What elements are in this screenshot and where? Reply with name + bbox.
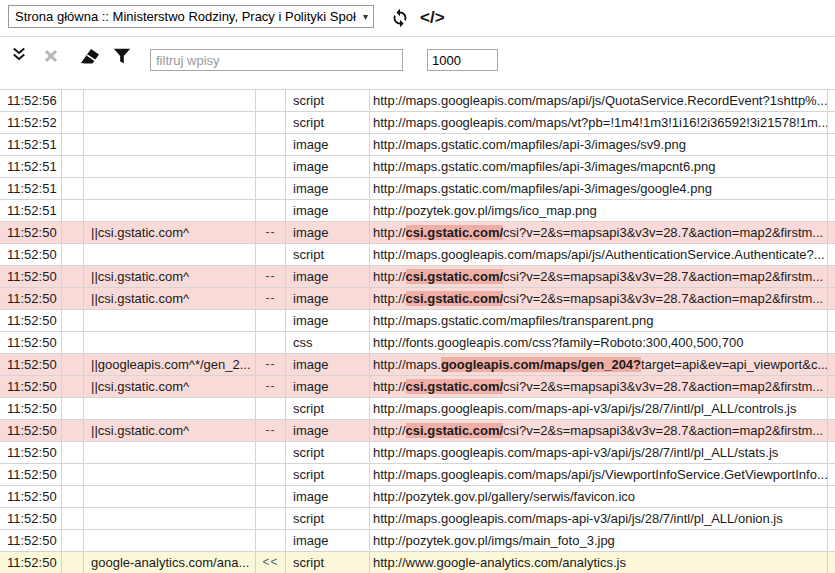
filter-button[interactable] (112, 46, 132, 66)
log-row[interactable]: 11:52:52scripthttp://maps.googleapis.com… (0, 112, 835, 134)
url-text: http://maps.gstatic.com/mapfiles/api-3/i… (373, 137, 686, 152)
filter-cell: ||csi.gstatic.com^ (84, 420, 256, 441)
log-row[interactable]: 11:52:50csshttp://fonts.googleapis.com/c… (0, 332, 835, 354)
url-text: http://pozytek.gov.pl/imgs/ico_map.png (373, 203, 597, 218)
url-cell: http://maps.gstatic.com/mapfiles/api-3/i… (370, 178, 828, 199)
url-cell: http://csi.gstatic.com/csi?v=2&s=mapsapi… (370, 266, 828, 287)
filter-cell (84, 442, 256, 463)
log-row[interactable]: 11:52:50||csi.gstatic.com^--imagehttp://… (0, 288, 835, 310)
marker-cell (256, 90, 286, 111)
collapse-all-button[interactable] (10, 46, 28, 63)
top-bar: Strona główna :: Ministerstwo Rodziny, P… (0, 0, 835, 37)
type-cell: script (286, 552, 370, 573)
row-filler (828, 156, 835, 177)
page-select[interactable]: Strona główna :: Ministerstwo Rodziny, P… (8, 5, 374, 28)
url-matched-text: csi.gstatic.com/ (406, 269, 504, 284)
log-row[interactable]: 11:52:50||csi.gstatic.com^--imagehttp://… (0, 420, 835, 442)
url-cell: http://csi.gstatic.com/csi?v=2&s=mapsapi… (370, 420, 828, 441)
url-cell: http://maps.gstatic.com/mapfiles/api-3/i… (370, 134, 828, 155)
log-row[interactable]: 11:52:50||csi.gstatic.com^--imagehttp://… (0, 266, 835, 288)
type-cell: image (286, 288, 370, 309)
url-cell: http://csi.gstatic.com/csi?v=2&s=mapsapi… (370, 376, 828, 397)
marker-cell: -- (256, 354, 286, 375)
log-row[interactable]: 11:52:51imagehttp://maps.gstatic.com/map… (0, 178, 835, 200)
url-text: http://www.google-analytics.com/analytic… (373, 555, 626, 570)
state-cell (62, 134, 84, 155)
state-cell (62, 222, 84, 243)
log-row[interactable]: 11:52:50||csi.gstatic.com^--imagehttp://… (0, 222, 835, 244)
row-filler (828, 200, 835, 221)
state-cell (62, 288, 84, 309)
state-cell (62, 156, 84, 177)
log-row[interactable]: 11:52:50scripthttp://maps.googleapis.com… (0, 442, 835, 464)
log-row[interactable]: 11:52:50scripthttp://maps.googleapis.com… (0, 244, 835, 266)
log-row[interactable]: 11:52:50imagehttp://pozytek.gov.pl/imgs/… (0, 530, 835, 552)
log-row[interactable]: 11:52:50||csi.gstatic.com^--imagehttp://… (0, 376, 835, 398)
log-row[interactable]: 11:52:56scripthttp://maps.googleapis.com… (0, 90, 835, 112)
marker-cell (256, 310, 286, 331)
row-filler (828, 354, 835, 375)
marker-cell: -- (256, 376, 286, 397)
chevron-down-icon: ▾ (363, 6, 368, 27)
time-cell: 11:52:50 (0, 266, 62, 287)
marker-cell: -- (256, 266, 286, 287)
time-cell: 11:52:51 (0, 178, 62, 199)
state-cell (62, 354, 84, 375)
url-text: http://maps.googleapis.com/maps-api-v3/a… (373, 445, 778, 460)
type-cell: image (286, 266, 370, 287)
type-cell: script (286, 464, 370, 485)
log-row[interactable]: 11:52:50||googleapis.com^*/gen_2...--ima… (0, 354, 835, 376)
log-row[interactable]: 11:52:50imagehttp://pozytek.gov.pl/galle… (0, 486, 835, 508)
log-row[interactable]: 11:52:50scripthttp://maps.googleapis.com… (0, 398, 835, 420)
filter-cell (84, 244, 256, 265)
url-matched-text: googleapis.com/maps/gen_204? (441, 357, 641, 372)
url-text: http://maps.googleapis.com/maps/vt?pb=!1… (373, 115, 828, 130)
filter-cell: ||csi.gstatic.com^ (84, 266, 256, 287)
state-cell (62, 508, 84, 529)
log-row[interactable]: 11:52:51imagehttp://maps.gstatic.com/map… (0, 134, 835, 156)
url-cell: http://maps.googleapis.com/maps/api/js/Q… (370, 90, 828, 111)
url-text: http://maps.googleapis.com/maps/api/js/V… (373, 467, 828, 482)
marker-cell (256, 244, 286, 265)
marker-cell: -- (256, 222, 286, 243)
row-filler (828, 288, 835, 309)
log-row[interactable]: 11:52:50google-analytics.com/ana...<<scr… (0, 552, 835, 573)
code-icon: </> (420, 8, 445, 27)
url-cell: http://maps.googleapis.com/maps/vt?pb=!1… (370, 112, 828, 133)
url-cell: http://csi.gstatic.com/csi?v=2&s=mapsapi… (370, 288, 828, 309)
max-entries-input[interactable] (427, 49, 498, 71)
log-row[interactable]: 11:52:51imagehttp://maps.gstatic.com/map… (0, 156, 835, 178)
type-cell: script (286, 90, 370, 111)
filter-cell (84, 464, 256, 485)
close-button[interactable] (44, 49, 58, 63)
row-filler (828, 464, 835, 485)
url-text: http:// (373, 291, 406, 306)
filter-entries-input[interactable] (150, 49, 403, 71)
refresh-button[interactable] (389, 7, 411, 29)
clear-log-button[interactable] (78, 46, 102, 66)
time-cell: 11:52:50 (0, 508, 62, 529)
row-filler (828, 376, 835, 397)
log-row[interactable]: 11:52:50imagehttp://maps.gstatic.com/map… (0, 310, 835, 332)
row-filler (828, 398, 835, 419)
time-cell: 11:52:50 (0, 530, 62, 551)
state-cell (62, 310, 84, 331)
code-view-button[interactable]: </> (420, 6, 445, 30)
log-row[interactable]: 11:52:50scripthttp://maps.googleapis.com… (0, 508, 835, 530)
url-text: http:// (373, 225, 406, 240)
filter-cell (84, 200, 256, 221)
url-cell: http://pozytek.gov.pl/imgs/main_foto_3.j… (370, 530, 828, 551)
marker-cell (256, 508, 286, 529)
time-cell: 11:52:50 (0, 486, 62, 507)
type-cell: image (286, 420, 370, 441)
row-filler (828, 332, 835, 353)
time-cell: 11:52:50 (0, 354, 62, 375)
log-row[interactable]: 11:52:51imagehttp://pozytek.gov.pl/imgs/… (0, 200, 835, 222)
url-text: csi?v=2&s=mapsapi3&v3v=28.7&action=map2&… (503, 379, 823, 394)
time-cell: 11:52:50 (0, 464, 62, 485)
state-cell (62, 552, 84, 573)
log-row[interactable]: 11:52:50scripthttp://maps.googleapis.com… (0, 464, 835, 486)
url-text: http://maps.googleapis.com/maps-api-v3/a… (373, 511, 783, 526)
row-filler (828, 112, 835, 133)
filter-cell (84, 156, 256, 177)
